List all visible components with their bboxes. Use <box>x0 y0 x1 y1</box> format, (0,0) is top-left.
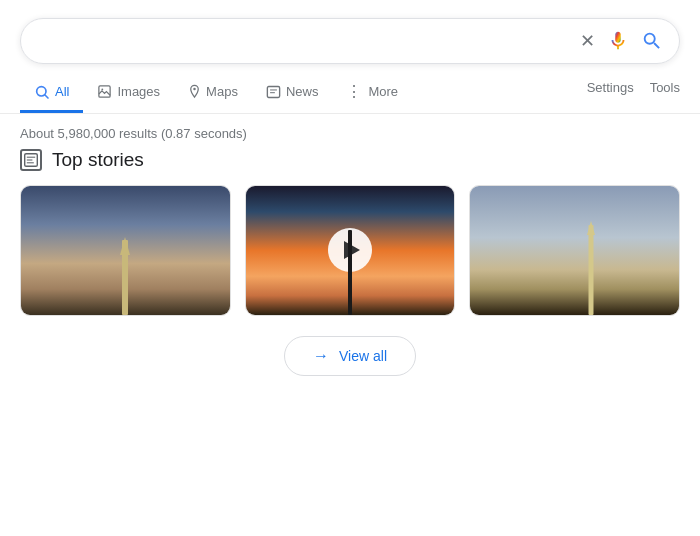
story-card-1-body: FOX NEWS Washington Monument lights go o… <box>21 315 230 316</box>
svg-point-4 <box>193 88 196 91</box>
play-button[interactable] <box>328 228 372 272</box>
settings-link[interactable]: Settings <box>587 80 634 95</box>
story-card-2-body: Newsweek Washington Monument Goes Dark, … <box>246 315 455 316</box>
search-input[interactable]: washington monument lights <box>37 32 580 50</box>
section-header: Top stories <box>20 149 680 171</box>
search-icons: ✕ <box>580 30 663 52</box>
mic-icon[interactable] <box>607 30 629 52</box>
svg-rect-2 <box>99 86 110 97</box>
tab-maps[interactable]: Maps <box>174 74 252 112</box>
story-card-2[interactable]: Newsweek Washington Monument Goes Dark, … <box>245 185 456 316</box>
story-card-1[interactable]: FOX NEWS Washington Monument lights go o… <box>20 185 231 316</box>
tab-more-label: More <box>368 84 398 99</box>
view-all-area: → View all <box>20 316 680 392</box>
more-dots-icon: ⋮ <box>346 82 363 101</box>
maps-icon <box>188 84 201 99</box>
tab-news-label: News <box>286 84 319 99</box>
search-bar-area: washington monument lights ✕ <box>0 0 700 64</box>
svg-rect-5 <box>267 86 279 97</box>
story-card-3-body: 🐦 PoPville “The exterior lights of the W… <box>470 315 679 316</box>
view-all-label: View all <box>339 348 387 364</box>
top-stories-section: Top stories FOX NEWS Washington Monument… <box>0 149 700 392</box>
story-card-1-image <box>21 186 230 315</box>
svg-line-1 <box>45 95 48 98</box>
tab-images[interactable]: Images <box>83 74 174 112</box>
svg-point-3 <box>102 88 104 90</box>
nav-tabs: All Images Maps News ⋮ More Settings Too… <box>0 64 700 114</box>
stories-icon <box>20 149 42 171</box>
tab-maps-label: Maps <box>206 84 238 99</box>
story-card-3-image <box>470 186 679 315</box>
search-bar: washington monument lights ✕ <box>20 18 680 64</box>
tab-images-label: Images <box>117 84 160 99</box>
images-icon <box>97 84 112 99</box>
tools-link[interactable]: Tools <box>650 80 680 95</box>
play-triangle-icon <box>344 241 360 259</box>
tab-all[interactable]: All <box>20 74 83 113</box>
news-icon <box>266 85 281 99</box>
story-card-2-image <box>246 186 455 315</box>
arrow-right-icon: → <box>313 347 329 365</box>
search-submit-icon[interactable] <box>641 30 663 52</box>
all-icon <box>34 84 50 100</box>
results-info: About 5,980,000 results (0.87 seconds) <box>0 114 700 149</box>
tab-all-label: All <box>55 84 69 99</box>
section-title: Top stories <box>52 149 144 171</box>
results-count: About 5,980,000 results (0.87 seconds) <box>20 126 247 141</box>
story-card-3[interactable]: 🐦 PoPville “The exterior lights of the W… <box>469 185 680 316</box>
clear-icon[interactable]: ✕ <box>580 30 595 52</box>
tab-news[interactable]: News <box>252 74 333 112</box>
view-all-button[interactable]: → View all <box>284 336 416 376</box>
story-cards: FOX NEWS Washington Monument lights go o… <box>20 185 680 316</box>
nav-right: Settings Tools <box>587 80 680 105</box>
tab-more[interactable]: ⋮ More <box>332 72 412 114</box>
